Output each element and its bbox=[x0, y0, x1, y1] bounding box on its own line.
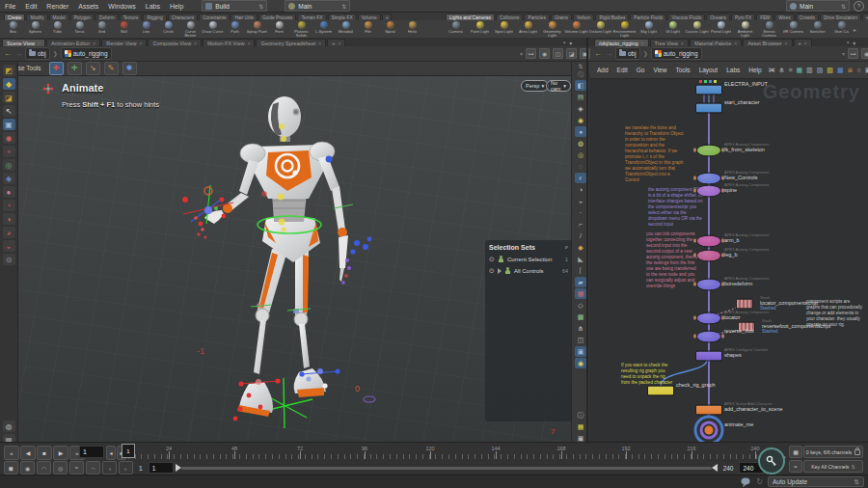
shelf-tool[interactable]: Ambient Light bbox=[733, 20, 757, 38]
select-tool[interactable]: ↖ bbox=[3, 105, 15, 117]
pose-edit-icon[interactable]: ✚ bbox=[49, 62, 64, 75]
shelf-tool[interactable]: Helix bbox=[401, 20, 423, 38]
network-editor[interactable]: Geometry we translate the bone and hiera… bbox=[588, 79, 868, 442]
transport-button[interactable]: ◀ bbox=[20, 446, 36, 460]
pose-tool[interactable]: ● bbox=[3, 186, 15, 198]
shelf-tab[interactable]: Viscous Fluids bbox=[667, 14, 705, 20]
menubar-item[interactable]: Render bbox=[41, 3, 73, 10]
handles-tool[interactable]: ◩ bbox=[3, 65, 15, 76]
shelf-tool[interactable]: Line bbox=[135, 20, 157, 38]
node-shape[interactable] bbox=[696, 145, 721, 157]
right-pane-controls[interactable]: ▪▾ bbox=[847, 40, 855, 46]
image-icon[interactable]: ▨ bbox=[817, 67, 824, 74]
translate-tool[interactable]: + bbox=[3, 146, 15, 157]
left-pane-controls[interactable]: ▪▾ bbox=[563, 40, 572, 46]
node-shape[interactable] bbox=[696, 312, 721, 325]
network-menu-item[interactable]: Add bbox=[594, 67, 611, 73]
pane-tab[interactable]: Motion FX View × bbox=[203, 39, 255, 46]
path-node-chip[interactable]: auto_rigging bbox=[61, 47, 112, 60]
lamp-icon[interactable]: ◉ bbox=[575, 115, 586, 125]
subdiv-icon[interactable]: ◒ bbox=[575, 196, 586, 206]
loop-toggle[interactable]: ◠ bbox=[37, 461, 51, 474]
forward-arrow-icon[interactable]: → bbox=[14, 50, 22, 58]
shelf-tool[interactable]: Platonic Solids bbox=[290, 20, 312, 38]
selection-set-row[interactable]: ⊙ All Controls 64 bbox=[489, 267, 568, 274]
shelf-tool[interactable]: File bbox=[357, 20, 379, 38]
timeline-ruler[interactable]: 24 48 72 96 120 144 168 192 216 bbox=[122, 444, 762, 459]
pane-tab[interactable]: Material Palette × bbox=[690, 39, 742, 46]
shelf-tab[interactable]: + bbox=[382, 14, 393, 20]
shelf-tab[interactable]: Polygon bbox=[70, 14, 95, 20]
shade-mode-icon[interactable]: ● bbox=[575, 126, 586, 137]
shelf-tool[interactable]: Torus bbox=[68, 20, 91, 38]
pin-icon[interactable]: ⊶ bbox=[848, 48, 858, 59]
shelf-tab[interactable]: Lights and Cameras bbox=[446, 14, 495, 20]
snap-grid-icon[interactable]: ▦ bbox=[575, 288, 586, 299]
orange-stack-icon[interactable]: ≣ bbox=[848, 67, 854, 74]
shelf-tab[interactable]: Rigging bbox=[143, 14, 166, 20]
playhead[interactable]: 1 bbox=[122, 444, 135, 458]
shelf-tool[interactable]: Metaball bbox=[335, 20, 357, 38]
shelf-tool[interactable]: Null bbox=[113, 20, 135, 38]
shelf-tool[interactable]: Spot Light bbox=[492, 20, 516, 38]
node-shape[interactable] bbox=[696, 173, 721, 185]
menubar-item[interactable]: Windows bbox=[103, 3, 140, 10]
selection-set-row[interactable]: ⊙ Current Selection 1 bbox=[489, 256, 568, 262]
pin-icon[interactable]: ⌕ bbox=[565, 244, 568, 251]
network-sticky-note[interactable]: we translate the bone and hierarchy to T… bbox=[625, 125, 685, 183]
tick-toggle[interactable]: ≈ bbox=[69, 461, 84, 474]
pane-tab[interactable]: Composite View × bbox=[148, 39, 202, 46]
screen-icon[interactable]: ▣ bbox=[580, 48, 590, 59]
radial-menu-selector-right[interactable]: Main ⇅ bbox=[786, 0, 850, 12]
network-menu-item[interactable]: Help bbox=[746, 67, 764, 73]
range-start-field[interactable]: 1 bbox=[149, 462, 174, 474]
pose-axes-icon[interactable]: ✛ bbox=[68, 62, 82, 75]
pin-icon[interactable]: ⊶ bbox=[526, 48, 536, 59]
handle-vis-icon[interactable]: ◆ bbox=[575, 242, 586, 253]
wrench-icon[interactable]: ✀ bbox=[769, 67, 775, 74]
hierarchy-icon[interactable]: ⋔ bbox=[779, 67, 785, 74]
sticky-note-icon[interactable]: ▧ bbox=[827, 67, 833, 74]
pane-menu-icon[interactable]: ▾ bbox=[853, 40, 855, 46]
shelf-tab[interactable]: Modify bbox=[26, 14, 47, 20]
blue-grid-icon[interactable]: ▩ bbox=[837, 67, 844, 74]
shelf-tool[interactable]: Point Light bbox=[468, 20, 492, 38]
shelf-tool[interactable]: Curve Bezier bbox=[179, 20, 202, 38]
forward-arrow-icon[interactable]: → bbox=[605, 50, 612, 58]
pane-tab[interactable]: Asset Browser × bbox=[743, 39, 792, 46]
radial-menu-selector[interactable]: Main ⇅ bbox=[285, 0, 350, 12]
shelf-tool[interactable]: VR Camera bbox=[781, 20, 805, 38]
view-tool[interactable]: ⊙ bbox=[3, 254, 15, 265]
node-shape[interactable] bbox=[695, 103, 722, 114]
light-3-icon[interactable]: ◌ bbox=[575, 161, 586, 172]
camera-persp-menu[interactable]: Persp▾ bbox=[521, 80, 549, 92]
material-icon[interactable]: ◐ bbox=[575, 173, 586, 183]
shelf-tool[interactable]: Camera bbox=[444, 20, 468, 38]
shelf-tool[interactable]: Spray Paint bbox=[246, 20, 268, 38]
shelf-tab[interactable]: Characters bbox=[168, 14, 198, 20]
menubar-item[interactable]: Labs bbox=[141, 3, 165, 10]
list-icon[interactable]: ≡ bbox=[788, 67, 792, 73]
menubar-item[interactable]: Help bbox=[165, 3, 188, 10]
node-shape[interactable] bbox=[736, 299, 753, 310]
shelf-tool[interactable]: Geometry Light bbox=[540, 20, 564, 38]
bulb-icon[interactable]: ◉ bbox=[575, 358, 586, 368]
info-icon[interactable]: ⓘ bbox=[578, 70, 583, 79]
pane-maximize-icon[interactable]: ▪ bbox=[563, 40, 565, 46]
shelf-tab[interactable]: + bbox=[862, 14, 868, 20]
message-bubble-icon[interactable] bbox=[741, 477, 751, 487]
shelf-tab[interactable]: Constraints bbox=[199, 14, 230, 20]
shelf-tool[interactable]: Font bbox=[268, 20, 290, 38]
light-1-icon[interactable]: ◍ bbox=[575, 138, 586, 149]
network-menu-item[interactable]: Layout bbox=[696, 67, 721, 73]
sort-icon[interactable]: ⇅ bbox=[578, 63, 583, 69]
cube-view-icon[interactable]: ◫ bbox=[553, 48, 563, 59]
rotate-tool[interactable]: ◎ bbox=[3, 159, 15, 171]
snap-prim-icon[interactable]: ▩ bbox=[575, 312, 586, 322]
transport-button[interactable]: ▶ bbox=[53, 446, 68, 460]
shelf-tab[interactable]: Simple FX bbox=[328, 14, 357, 20]
points-icon[interactable]: · bbox=[575, 207, 586, 218]
animation-editor-icon[interactable]: ▦ bbox=[789, 446, 802, 458]
shelf-tab[interactable]: Pyro FX bbox=[731, 14, 755, 20]
shelf-tool[interactable]: Spiral bbox=[379, 20, 401, 38]
